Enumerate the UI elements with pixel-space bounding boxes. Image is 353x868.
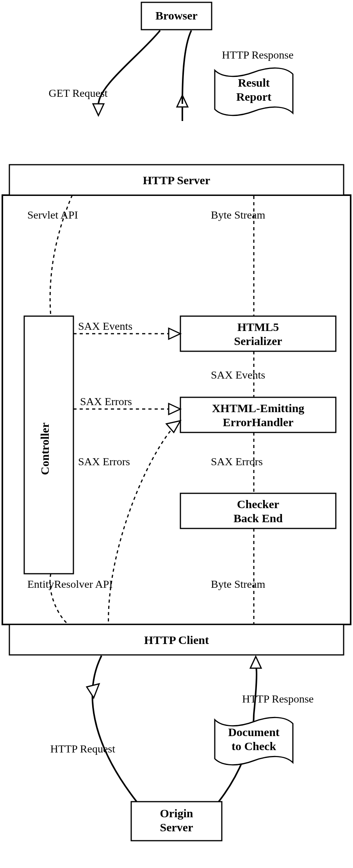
origin-server-node: Origin Server: [131, 802, 222, 841]
document-to-check-doc: Document to Check: [215, 717, 293, 765]
xhtml-errorhandler-node: XHTML-Emitting ErrorHandler: [180, 397, 336, 432]
label-sax-errors-left: SAX Errors: [80, 395, 132, 407]
svg-marker-6: [169, 328, 180, 339]
http-server-node: HTTP Server: [9, 165, 344, 195]
origin-server-l1: Origin: [160, 807, 193, 820]
xhtml-eh-l1: XHTML-Emitting: [212, 402, 305, 414]
edge-servlet-api: Servlet API: [27, 195, 78, 316]
browser-node: Browser: [141, 2, 212, 30]
label-sax-events-right: SAX Events: [211, 369, 265, 381]
controller-label: Controller: [38, 423, 51, 475]
edge-sax-errors-right: SAX Errors: [211, 432, 263, 493]
label-servlet-api: Servlet API: [27, 209, 78, 221]
result-report-l1: Result: [238, 76, 270, 89]
edge-http-request-bottom: HTTP Request: [50, 656, 137, 802]
label-get-request: GET Request: [48, 87, 107, 99]
result-report-l2: Report: [236, 90, 271, 103]
edge-byte-stream-upper: Byte Stream: [211, 196, 265, 316]
label-http-response-bottom: HTTP Response: [242, 693, 314, 705]
edge-sax-errors-bl: SAX Errors: [78, 421, 180, 640]
html5-serializer-l2: Serializer: [234, 334, 282, 347]
edge-sax-events-right: SAX Events: [211, 351, 265, 397]
edge-get-request: GET Request: [48, 30, 160, 116]
label-http-request-bottom: HTTP Request: [50, 743, 115, 755]
svg-marker-9: [166, 421, 180, 432]
browser-label: Browser: [155, 9, 198, 22]
edge-byte-stream-lower: Byte Stream: [211, 528, 265, 624]
html5-serializer-node: HTML5 Serializer: [180, 316, 336, 351]
label-byte-stream-lower: Byte Stream: [211, 578, 265, 590]
svg-marker-8: [169, 404, 180, 414]
edge-sax-events-left: SAX Events: [73, 320, 180, 339]
controller-node: Controller: [24, 316, 73, 574]
label-entityresolver: EntityResolver API: [27, 578, 113, 590]
http-client-label: HTTP Client: [144, 633, 209, 646]
doc-to-check-l2: to Check: [232, 740, 276, 752]
label-http-response-top: HTTP Response: [222, 49, 293, 61]
label-sax-errors-bl: SAX Errors: [78, 455, 130, 468]
html5-serializer-l1: HTML5: [237, 320, 279, 333]
label-sax-errors-right: SAX Errors: [211, 455, 263, 468]
origin-server-l2: Server: [160, 821, 193, 834]
checker-be-l1: Checker: [237, 498, 279, 510]
edge-entityresolver-api: EntityResolver API: [27, 574, 113, 624]
svg-marker-13: [250, 656, 261, 668]
svg-marker-1: [93, 104, 104, 116]
label-byte-stream-upper: Byte Stream: [211, 209, 265, 221]
xhtml-eh-l2: ErrorHandler: [223, 416, 293, 429]
svg-marker-12: [87, 684, 99, 698]
http-client-node: HTTP Client: [9, 624, 344, 655]
doc-to-check-l1: Document: [228, 726, 280, 738]
architecture-diagram: Browser GET Request HTTP Response Result…: [0, 0, 353, 868]
edge-sax-errors-left: SAX Errors: [73, 395, 180, 414]
label-sax-events-left: SAX Events: [78, 320, 132, 332]
http-server-label: HTTP Server: [143, 174, 210, 187]
checker-backend-node: Checker Back End: [180, 493, 336, 528]
checker-be-l2: Back End: [234, 512, 283, 525]
result-report-doc: Result Report: [215, 68, 293, 115]
